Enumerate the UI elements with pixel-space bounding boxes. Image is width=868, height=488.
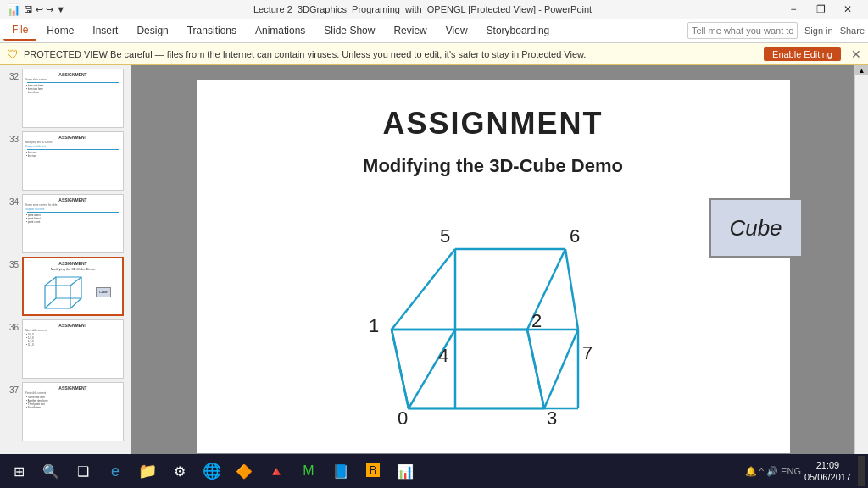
svg-text:0: 0	[398, 408, 408, 429]
app8-icon[interactable]: 📘	[326, 456, 356, 486]
maximize-button[interactable]: ❐	[807, 0, 834, 19]
slide-canvas: ASSIGNMENT Modifying the 3D-Cube Demo	[197, 80, 790, 453]
protected-message: PROTECTED VIEW Be careful — files from t…	[24, 49, 586, 59]
slide-thumb-32[interactable]: 32 ASSIGNMENT Some slide content • item …	[3, 69, 127, 128]
protected-view-bar: 🛡 PROTECTED VIEW Be careful — files from…	[0, 43, 868, 65]
svg-line-4	[70, 298, 81, 308]
settings-icon[interactable]: ⚙	[164, 456, 195, 486]
window-controls: − ❐ ✕	[780, 0, 861, 19]
vlc-icon[interactable]: 🔺	[261, 456, 292, 486]
taskbar-clock: 21:09 05/06/2017	[804, 459, 851, 484]
share-button[interactable]: Share	[840, 25, 865, 36]
svg-text:3: 3	[547, 408, 557, 429]
svg-line-15	[409, 330, 455, 408]
title-bar: 📊 🖫 ↩ ↪ ▼ Lecture 2_3DGraphics_Programin…	[0, 0, 868, 19]
slide-num-33: 33	[3, 135, 19, 144]
slide-subtitle: Modifying the 3D-Cube Demo	[363, 155, 623, 177]
svg-line-17	[565, 249, 578, 330]
svg-line-9	[527, 330, 544, 408]
slide-title: ASSIGNMENT	[382, 106, 603, 141]
slide-num-37: 37	[3, 385, 19, 395]
show-desktop-button[interactable]	[858, 456, 865, 486]
minimize-button[interactable]: −	[780, 0, 807, 19]
close-button[interactable]: ✕	[834, 0, 861, 19]
slide-thumb-36[interactable]: 36 ASSIGNMENT More slide content • 0,0,0…	[3, 319, 127, 379]
slide-img-35: ASSIGNMENT Modifying the 3D-Cube Demo	[22, 257, 124, 316]
slide-img-36: ASSIGNMENT More slide content • 0,0,0 • …	[22, 319, 124, 379]
app7-icon[interactable]: M	[293, 456, 324, 486]
svg-text:4: 4	[438, 345, 448, 366]
slide-num-32: 32	[3, 72, 19, 81]
svg-line-5	[45, 298, 56, 308]
svg-text:7: 7	[582, 342, 593, 363]
svg-line-2	[45, 277, 56, 286]
tab-animations[interactable]: Animations	[247, 21, 314, 40]
sign-in-button[interactable]: Sign in	[804, 25, 833, 36]
tab-insert[interactable]: Insert	[84, 21, 126, 40]
svg-text:6: 6	[570, 225, 580, 247]
time-display: 21:09	[804, 459, 851, 471]
svg-line-3	[70, 277, 81, 286]
svg-text:5: 5	[440, 225, 450, 247]
svg-line-14	[544, 330, 578, 408]
tab-storyboarding[interactable]: Storyboarding	[478, 21, 559, 40]
cube-label-box: Cube	[709, 198, 803, 258]
slide-thumb-34[interactable]: 34 ASSIGNMENT Some more content for slid…	[3, 194, 127, 253]
taskbar: ⊞ 🔍 ❑ e 📁 ⚙ 🌐 🔶 🔺 M 📘 🅱 📊 🔔 ^ 🔊 ENG 21:0…	[0, 454, 868, 488]
cube-label-text: Cube	[729, 215, 782, 241]
main-area: 32 ASSIGNMENT Some slide content • item …	[0, 65, 868, 469]
edge-icon[interactable]: e	[100, 456, 131, 486]
ribbon-search-input[interactable]	[687, 22, 798, 39]
slide-num-36: 36	[3, 323, 19, 332]
scroll-up-button[interactable]: ▲	[855, 65, 868, 75]
app9-icon[interactable]: 🅱	[358, 456, 388, 486]
slide-thumb-37[interactable]: 37 ASSIGNMENT Final slide content • Some…	[3, 382, 127, 441]
cube-diagram: 0 1 2 3 4 5 6 7	[362, 181, 625, 444]
ppt-taskbar-icon[interactable]: 📊	[390, 456, 420, 486]
task-view[interactable]: ❑	[68, 456, 98, 486]
tab-view[interactable]: View	[437, 21, 476, 40]
cube-container: 0 1 2 3 4 5 6 7 Cube	[362, 181, 625, 447]
svg-text:2: 2	[531, 310, 542, 331]
svg-line-12	[392, 249, 455, 330]
ribbon-search-area: Sign in Share	[687, 22, 865, 39]
slide-thumb-35[interactable]: 35 ASSIGNMENT Modifying the 3D-Cube Demo	[3, 257, 127, 316]
enable-editing-button[interactable]: Enable Editing	[764, 47, 841, 61]
chrome-icon[interactable]: 🌐	[197, 456, 227, 486]
tab-transitions[interactable]: Transitions	[179, 21, 245, 40]
file-explorer-icon[interactable]: 📁	[132, 456, 163, 486]
ppt-icon: 📊	[7, 3, 20, 16]
search-button[interactable]: 🔍	[36, 456, 66, 486]
slide-thumb-33[interactable]: 33 ASSIGNMENT Modifying the 3D Demo Some…	[3, 131, 127, 191]
protected-bar-close[interactable]: ✕	[851, 47, 861, 61]
slide-area: ASSIGNMENT Modifying the 3D-Cube Demo	[131, 65, 854, 469]
shield-icon: 🛡	[7, 47, 19, 61]
slide-num-34: 34	[3, 197, 19, 207]
window-title: Lecture 2_3DGraphics_Programing_with_OPE…	[65, 4, 780, 14]
date-display: 05/06/2017	[804, 471, 851, 483]
tab-file[interactable]: File	[3, 20, 36, 41]
svg-text:1: 1	[369, 315, 379, 336]
slide-img-34: ASSIGNMENT Some more content for slide S…	[22, 194, 124, 253]
right-scrollbar[interactable]: ▲ ▼	[854, 65, 868, 469]
quick-access: 🖫 ↩ ↪ ▼	[24, 4, 65, 15]
ribbon-tabs: File Home Insert Design Transitions Anim…	[0, 19, 868, 42]
slide-img-37: ASSIGNMENT Final slide content • Some te…	[22, 382, 124, 441]
slide-panel: 32 ASSIGNMENT Some slide content • item …	[0, 65, 131, 469]
slide-img-32: ASSIGNMENT Some slide content • item one…	[22, 69, 124, 128]
tab-slideshow[interactable]: Slide Show	[315, 21, 383, 40]
blender-icon[interactable]: 🔶	[229, 456, 259, 486]
tab-design[interactable]: Design	[128, 21, 176, 40]
slide-num-35: 35	[3, 260, 19, 269]
scroll-track	[855, 75, 868, 458]
tab-review[interactable]: Review	[385, 21, 435, 40]
svg-line-8	[392, 330, 409, 408]
taskbar-right-area: 🔔 ^ 🔊 ENG 21:09 05/06/2017	[745, 456, 865, 486]
start-button[interactable]: ⊞	[3, 456, 34, 486]
slide-img-33: ASSIGNMENT Modifying the 3D Demo Some su…	[22, 131, 124, 191]
ribbon: File Home Insert Design Transitions Anim…	[0, 19, 868, 43]
tab-home[interactable]: Home	[38, 21, 82, 40]
